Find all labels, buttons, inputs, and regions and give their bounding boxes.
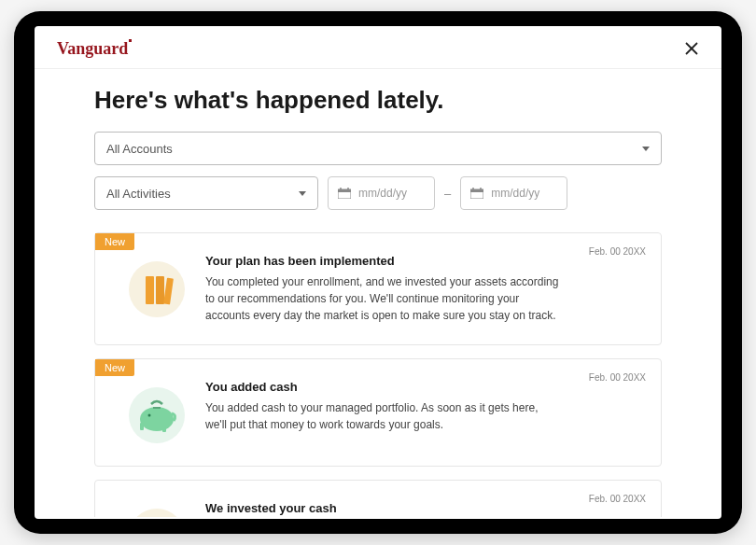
svg-rect-12 bbox=[156, 276, 164, 304]
svg-rect-11 bbox=[146, 276, 154, 304]
piggy-bank-icon bbox=[127, 385, 187, 445]
activities-select[interactable]: All Activities bbox=[94, 176, 318, 210]
svg-rect-17 bbox=[140, 423, 144, 430]
date-to-placeholder: mm/dd/yy bbox=[491, 187, 539, 200]
activity-card[interactable]: New Feb. 00 20XX Your plan has been impl… bbox=[94, 232, 662, 345]
close-button[interactable] bbox=[684, 40, 699, 59]
new-badge: New bbox=[95, 359, 134, 376]
svg-point-16 bbox=[148, 414, 151, 417]
activity-card[interactable]: Feb. 00 20XX We invested your cash bbox=[94, 480, 662, 517]
date-range-separator: – bbox=[444, 187, 451, 201]
activity-description: You completed your enrollment, and we in… bbox=[205, 273, 560, 324]
calendar-icon bbox=[470, 188, 483, 199]
invest-icon bbox=[127, 507, 187, 517]
calendar-icon bbox=[338, 188, 351, 199]
activity-date: Feb. 00 20XX bbox=[589, 246, 646, 257]
activity-date: Feb. 00 20XX bbox=[589, 494, 646, 504]
header: Vanguard bbox=[35, 26, 721, 69]
page-title: Here's what's happened lately. bbox=[94, 86, 662, 115]
close-icon bbox=[684, 41, 699, 56]
new-badge: New bbox=[95, 233, 134, 250]
svg-point-20 bbox=[129, 509, 185, 517]
svg-rect-18 bbox=[162, 426, 166, 432]
activities-select-label: All Activities bbox=[106, 187, 171, 201]
content-area: Here's what's happened lately. All Accou… bbox=[35, 69, 721, 517]
brand-logo[interactable]: Vanguard bbox=[57, 39, 128, 59]
date-from-input[interactable]: mm/dd/yy bbox=[328, 176, 435, 210]
chevron-down-icon bbox=[299, 191, 306, 196]
activity-description: You added cash to your managed portfolio… bbox=[205, 399, 560, 433]
activity-title: We invested your cash bbox=[205, 501, 560, 515]
svg-rect-19 bbox=[153, 407, 161, 409]
activity-body: You added cash You added cash to your ma… bbox=[205, 380, 644, 445]
chevron-down-icon bbox=[642, 147, 650, 151]
books-icon bbox=[127, 259, 187, 319]
app-screen: Vanguard Here's what's happened lately. … bbox=[35, 26, 721, 519]
accounts-select-label: All Accounts bbox=[106, 142, 173, 156]
activity-title: Your plan has been implemented bbox=[205, 254, 560, 268]
activity-body: Your plan has been implemented You compl… bbox=[205, 254, 644, 324]
accounts-select[interactable]: All Accounts bbox=[94, 132, 662, 165]
tablet-frame: Vanguard Here's what's happened lately. … bbox=[14, 11, 742, 534]
svg-rect-3 bbox=[338, 189, 351, 192]
filter-bar: All Accounts All Activities mm/dd/yy bbox=[94, 132, 662, 210]
activity-date: Feb. 00 20XX bbox=[589, 372, 646, 383]
date-from-placeholder: mm/dd/yy bbox=[358, 187, 407, 200]
date-to-input[interactable]: mm/dd/yy bbox=[460, 176, 567, 210]
activity-card[interactable]: New Feb. 00 20XX You added cash You adde… bbox=[94, 358, 662, 467]
svg-point-15 bbox=[140, 407, 174, 431]
svg-rect-7 bbox=[470, 189, 483, 192]
activity-title: You added cash bbox=[205, 380, 560, 394]
activity-body: We invested your cash bbox=[205, 501, 644, 517]
